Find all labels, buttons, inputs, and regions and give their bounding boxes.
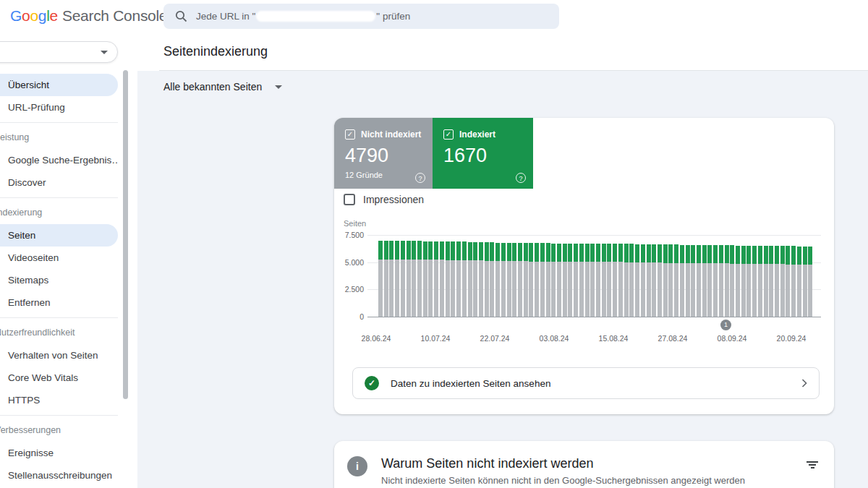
bar-segment-not-indexed bbox=[446, 260, 450, 317]
bar-segment-not-indexed bbox=[618, 262, 623, 317]
chart-y-axis-title: Seiten bbox=[344, 219, 366, 228]
bar-segment-not-indexed bbox=[780, 264, 785, 317]
bar-segment-indexed bbox=[803, 247, 807, 265]
url-inspection-search-input[interactable]: Jede URL in "" prüfen bbox=[163, 4, 559, 29]
bar-segment-not-indexed bbox=[736, 264, 740, 317]
bar-segment-not-indexed bbox=[551, 262, 556, 317]
bar-segment-indexed bbox=[607, 244, 611, 262]
sidebar-item-stellenausschreibungen[interactable]: Stellenausschreibungen bbox=[0, 464, 118, 487]
filter-line bbox=[809, 464, 816, 466]
sidebar-item-seiten[interactable]: Seiten bbox=[0, 224, 118, 247]
chart-bar bbox=[596, 244, 600, 317]
not-indexed-count: 4790 bbox=[345, 145, 433, 167]
divider-line bbox=[0, 415, 118, 416]
chart-annotation-marker[interactable]: 1 bbox=[720, 320, 731, 330]
bar-segment-indexed bbox=[590, 244, 595, 262]
indexed-toggle-box[interactable]: ✓ Indexiert 1670 ? bbox=[433, 118, 533, 189]
impressions-checkbox[interactable]: Impressionen bbox=[344, 194, 424, 205]
bar-segment-not-indexed bbox=[803, 265, 807, 317]
chart-bar bbox=[668, 244, 673, 317]
bar-segment-indexed bbox=[518, 243, 522, 261]
bar-segment-not-indexed bbox=[691, 263, 695, 317]
chart-bar bbox=[764, 246, 768, 317]
sidebar-item-bersicht[interactable]: Übersicht bbox=[0, 74, 118, 96]
bar-segment-indexed bbox=[764, 246, 768, 264]
bar-segment-indexed bbox=[495, 243, 500, 261]
sidebar-section-leistung[interactable]: Leistung bbox=[0, 127, 118, 149]
google-logo-letter: e bbox=[50, 7, 58, 24]
bar-segment-indexed bbox=[585, 244, 590, 262]
bar-segment-indexed bbox=[746, 246, 751, 264]
sidebar-item-discover[interactable]: Discover bbox=[0, 171, 118, 194]
sidebar-item-sitemaps[interactable]: Sitemaps bbox=[0, 269, 118, 291]
bar-segment-not-indexed bbox=[746, 264, 751, 317]
checkbox-checked-icon: ✓ bbox=[345, 129, 355, 140]
green-check-icon: ✓ bbox=[365, 376, 379, 390]
help-icon[interactable]: ? bbox=[415, 173, 425, 183]
bar-segment-indexed bbox=[658, 244, 662, 262]
bar-segment-indexed bbox=[512, 243, 516, 261]
bar-segment-indexed bbox=[468, 242, 472, 261]
header-divider bbox=[159, 70, 868, 71]
chart-bar bbox=[462, 241, 467, 317]
chart-bar bbox=[563, 244, 567, 317]
help-icon[interactable]: ? bbox=[516, 173, 526, 183]
known-pages-filter-dropdown[interactable]: Alle bekannten Seiten bbox=[163, 81, 282, 93]
chart-bar bbox=[456, 241, 461, 317]
view-indexed-data-button[interactable]: ✓ Daten zu indexierten Seiten ansehen bbox=[352, 367, 820, 399]
page-title: Seitenindexierung bbox=[163, 44, 268, 59]
chart-bar bbox=[719, 245, 723, 317]
bar-segment-indexed bbox=[775, 246, 779, 264]
bar-segment-not-indexed bbox=[808, 265, 812, 317]
bar-segment-indexed bbox=[557, 244, 561, 262]
chart-bar bbox=[808, 247, 812, 317]
bar-segment-not-indexed bbox=[663, 263, 668, 317]
chart-bar bbox=[652, 244, 656, 317]
chevron-down-icon bbox=[101, 51, 108, 54]
chart-bar bbox=[507, 243, 511, 317]
bar-segment-not-indexed bbox=[579, 262, 584, 317]
bar-segment-indexed bbox=[456, 241, 461, 260]
not-indexed-toggle-box[interactable]: ✓ Nicht indexiert 4790 12 Gründe ? bbox=[334, 118, 433, 189]
sidebar-item-google-suche-ergebnis[interactable]: Google Suche-Ergebnis… bbox=[0, 149, 118, 171]
bar-segment-not-indexed bbox=[791, 265, 796, 317]
bar-segment-not-indexed bbox=[725, 263, 729, 317]
chart-bar bbox=[395, 241, 399, 317]
sidebar-item-entfernen[interactable]: Entfernen bbox=[0, 291, 118, 314]
bar-segment-indexed bbox=[451, 241, 455, 260]
sidebar-section-indexierung[interactable]: Indexierung bbox=[0, 202, 118, 224]
bar-segment-indexed bbox=[434, 241, 438, 260]
not-indexed-label: Nicht indexiert bbox=[361, 129, 421, 140]
sidebar-item-verhalten-von-seiten[interactable]: Verhalten von Seiten bbox=[0, 344, 118, 367]
sidebar-item-url-pr-fung[interactable]: URL-Prüfung bbox=[0, 96, 118, 119]
sidebar-item-core-web-vitals[interactable]: Core Web Vitals bbox=[0, 367, 118, 389]
sidebar-section-verbesserungen[interactable]: Verbesserungen bbox=[0, 419, 118, 442]
chart-bar bbox=[574, 244, 578, 317]
chart-bar bbox=[780, 246, 785, 317]
property-selector[interactable] bbox=[0, 41, 118, 63]
chart-bar bbox=[473, 242, 477, 317]
chart-bar bbox=[389, 241, 393, 317]
chart-bar bbox=[495, 243, 500, 317]
sidebar-item-ereignisse[interactable]: Ereignisse bbox=[0, 442, 118, 464]
bar-segment-not-indexed bbox=[434, 260, 438, 317]
bar-segment-indexed bbox=[546, 243, 550, 261]
chart-bar bbox=[446, 241, 450, 317]
x-tick-label: 27.08.24 bbox=[651, 334, 694, 343]
bar-segment-indexed bbox=[674, 244, 678, 262]
sidebar-scrollbar-thumb[interactable] bbox=[123, 70, 128, 399]
bar-segment-not-indexed bbox=[741, 264, 746, 317]
sidebar-divider bbox=[0, 194, 118, 202]
sidebar-item-https[interactable]: HTTPS bbox=[0, 389, 118, 411]
chart-bar bbox=[490, 242, 494, 317]
chart-bar bbox=[512, 243, 516, 317]
bar-segment-not-indexed bbox=[473, 260, 477, 317]
sidebar-item-videoseiten[interactable]: Videoseiten bbox=[0, 247, 118, 269]
chart-bar bbox=[775, 246, 779, 317]
sidebar-section-nutzerfreundlichkeit[interactable]: Nutzerfreundlichkeit bbox=[0, 322, 118, 344]
search-icon bbox=[175, 10, 187, 22]
divider-line bbox=[0, 317, 118, 318]
filter-list-icon[interactable] bbox=[806, 461, 819, 471]
bar-segment-not-indexed bbox=[485, 261, 489, 317]
sidebar-nav: ÜbersichtURL-PrüfungLeistungGoogle Suche… bbox=[0, 74, 118, 487]
